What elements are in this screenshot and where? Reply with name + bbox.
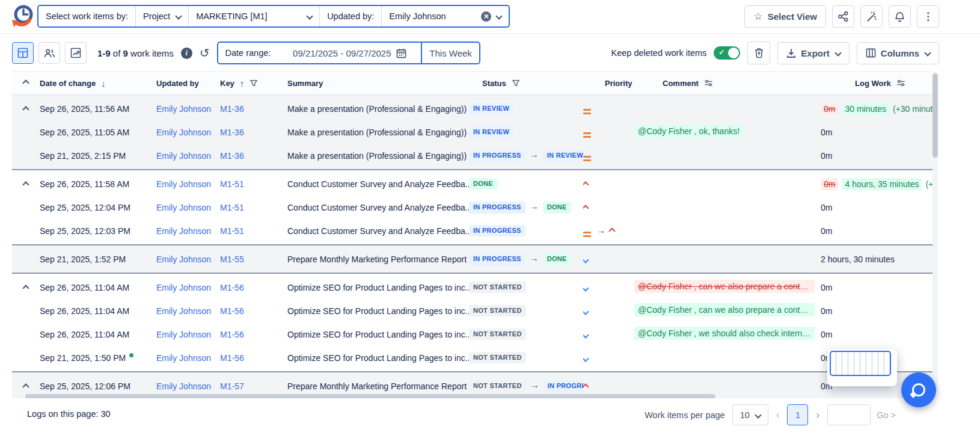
- key-link[interactable]: M1-36: [220, 151, 244, 161]
- key-link[interactable]: M1-56: [220, 330, 244, 339]
- date-cell: Sep 26, 2025, 11:04 AM: [40, 283, 156, 292]
- next-page-button[interactable]: ›: [814, 409, 821, 421]
- vertical-scrollbar[interactable]: [933, 72, 938, 392]
- count-suffix: work items: [130, 48, 174, 58]
- date-text: Sep 26, 2025, 11:04 AM: [40, 283, 129, 292]
- col-comment[interactable]: Comment: [634, 79, 821, 88]
- status-badge: IN PROGRESS: [469, 202, 525, 213]
- notifications-button[interactable]: [889, 5, 911, 28]
- logwork-value: 0m: [821, 151, 832, 161]
- filter-icon[interactable]: [250, 79, 258, 87]
- columns-button[interactable]: Columns: [857, 42, 939, 64]
- updated-by-link[interactable]: Emily Johnson: [156, 381, 211, 391]
- key-link[interactable]: M1-51: [220, 226, 244, 236]
- date-range-picker[interactable]: 09/21/2025 - 09/27/2025: [278, 43, 421, 63]
- key-link[interactable]: M1-56: [220, 283, 244, 292]
- prev-page-button[interactable]: ‹: [774, 409, 782, 421]
- users-view-button[interactable]: [38, 42, 60, 64]
- export-button[interactable]: Export: [777, 42, 850, 64]
- key-link[interactable]: M1-56: [220, 353, 244, 363]
- col-priority[interactable]: Priority: [583, 79, 634, 88]
- chart-view-button[interactable]: [65, 42, 87, 64]
- date-range-group: Date range: 09/21/2025 - 09/27/2025 This…: [217, 42, 480, 64]
- filter-icon[interactable]: [512, 79, 520, 87]
- logwork-deleted-chip: 0m: [821, 178, 838, 190]
- key-link[interactable]: M1-55: [220, 254, 244, 264]
- col-summary[interactable]: Summary: [287, 79, 469, 88]
- updated-by-link[interactable]: Emily Johnson: [156, 330, 211, 339]
- col-date-of-change[interactable]: Date of change ↓: [40, 78, 156, 88]
- restore-deleted-button[interactable]: [747, 42, 770, 64]
- work-item-filter-group: Select work items by: Project MARKETING …: [37, 5, 510, 28]
- updated-by-link[interactable]: Emily Johnson: [156, 283, 211, 292]
- refresh-icon[interactable]: ↺: [200, 47, 210, 59]
- status-cell: IN REVIEW: [469, 126, 583, 138]
- keep-deleted-toggle[interactable]: ✓: [714, 46, 740, 60]
- comment-chip[interactable]: @Cody Fisher , can we also prepare a con…: [634, 303, 815, 316]
- status-cell: IN PROGRESS→DONE: [469, 253, 583, 265]
- help-fab-button[interactable]: [901, 372, 936, 407]
- project-dropdown[interactable]: MARKETING [M1]: [188, 6, 319, 26]
- collapse-row-icon[interactable]: [21, 102, 31, 116]
- col-key[interactable]: Key ↑: [220, 78, 287, 88]
- col-status[interactable]: Status: [469, 79, 583, 88]
- chevron-down-icon: [924, 49, 931, 56]
- collapse-all-icon[interactable]: [22, 79, 29, 86]
- vertical-scrollbar-thumb[interactable]: [933, 73, 938, 158]
- row-group: Sep 21, 2025, 1:52 PMEmily JohnsonM1-55P…: [12, 245, 933, 274]
- page-jump-input[interactable]: [827, 404, 871, 425]
- share-button[interactable]: [832, 5, 854, 28]
- comment-chip[interactable]: @Cody Fisher , ok, thanks!: [634, 125, 743, 138]
- sort-asc-icon[interactable]: ↑: [240, 78, 245, 88]
- key-link[interactable]: M1-51: [220, 203, 244, 212]
- sort-desc-icon[interactable]: ↓: [101, 78, 106, 88]
- logwork-value: 0m: [821, 203, 832, 212]
- col-log-work[interactable]: Log Work: [821, 79, 933, 88]
- status-cell: NOT STARTED: [469, 305, 583, 316]
- more-menu-button[interactable]: ⋮: [917, 5, 939, 28]
- table-view-button[interactable]: [12, 42, 34, 64]
- date-text: Sep 25, 2025, 12:04 PM: [40, 203, 130, 212]
- updated-by-link[interactable]: Emily Johnson: [156, 179, 211, 189]
- table-row: Sep 25, 2025, 12:03 PMEmily JohnsonM1-51…: [12, 219, 933, 242]
- status-cell: DONE: [469, 178, 583, 190]
- updated-by-link[interactable]: Emily Johnson: [156, 151, 211, 161]
- collapse-row-icon[interactable]: [21, 177, 31, 191]
- updated-by-link[interactable]: Emily Johnson: [156, 226, 211, 236]
- kebab-menu-icon: ⋮: [923, 10, 933, 23]
- status-badge: NOT STARTED: [469, 352, 526, 363]
- comment-chip[interactable]: @Cody Fisher , can we also prepare a con…: [634, 280, 815, 293]
- key-cell: M1-51: [220, 226, 287, 236]
- magic-wand-button[interactable]: [860, 5, 883, 28]
- collapse-row-icon[interactable]: [21, 280, 31, 295]
- updated-by-link[interactable]: Emily Johnson: [156, 306, 211, 316]
- updated-by-link[interactable]: Emily Johnson: [156, 128, 211, 137]
- priority-low-icon: [583, 333, 588, 338]
- updated-by-link[interactable]: Emily Johnson: [156, 203, 211, 212]
- updated-by-link[interactable]: Emily Johnson: [156, 353, 211, 363]
- key-link[interactable]: M1-56: [220, 306, 244, 316]
- key-link[interactable]: M1-57: [220, 381, 244, 391]
- settings-sliders-icon[interactable]: [704, 79, 713, 87]
- per-page-select[interactable]: 10: [732, 404, 768, 425]
- updated-by-link[interactable]: Emily Johnson: [156, 254, 211, 264]
- select-view-button[interactable]: ☆ Select View: [744, 5, 826, 28]
- go-button[interactable]: Go >: [877, 410, 896, 420]
- current-page-button[interactable]: 1: [787, 404, 808, 425]
- info-icon[interactable]: i: [181, 48, 192, 59]
- collapse-row-icon[interactable]: [21, 379, 31, 393]
- col-comment-label: Comment: [663, 79, 699, 88]
- filter-by-dropdown[interactable]: Project: [135, 6, 188, 26]
- col-updated-by[interactable]: Updated by: [156, 79, 220, 88]
- key-cell: M1-51: [220, 179, 287, 189]
- updated-by-link[interactable]: Emily Johnson: [156, 104, 211, 114]
- key-link[interactable]: M1-36: [220, 104, 244, 114]
- clear-filter-icon[interactable]: ✕: [481, 11, 491, 22]
- status-badge: NOT STARTED: [469, 328, 526, 340]
- settings-sliders-icon[interactable]: [896, 79, 905, 87]
- this-week-preset[interactable]: This Week: [421, 43, 479, 63]
- updated-by-dropdown[interactable]: Emily Johnson ✕: [381, 6, 509, 26]
- key-link[interactable]: M1-36: [220, 128, 244, 137]
- key-link[interactable]: M1-51: [220, 179, 244, 189]
- comment-chip[interactable]: @Cody Fisher , we should also check inte…: [634, 327, 815, 340]
